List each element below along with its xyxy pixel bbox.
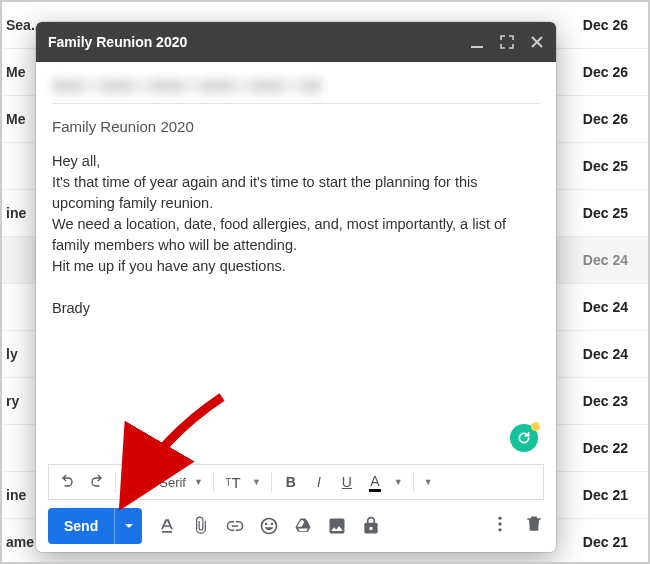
compose-window: Family Reunion 2020 Family Reunion 2020 … [36, 22, 556, 552]
compose-title: Family Reunion 2020 [48, 34, 187, 50]
inbox-date: Dec 24 [583, 299, 628, 315]
chevron-down-icon[interactable]: ▼ [420, 477, 437, 487]
compose-header: Family Reunion 2020 [36, 22, 556, 62]
window-controls [470, 35, 544, 49]
formatting-toolbar: Sans Serif ▼ TT ▼ B I U A ▼ ▼ [48, 464, 544, 500]
grammarly-icon[interactable] [510, 424, 538, 452]
inbox-sender: Me [6, 111, 25, 127]
italic-button[interactable]: I [306, 468, 332, 496]
inbox-date: Dec 25 [583, 205, 628, 221]
inbox-date: Dec 26 [583, 64, 628, 80]
send-options-button[interactable] [114, 508, 142, 544]
compose-body: Family Reunion 2020 Hey all, It's that t… [36, 62, 556, 460]
inbox-date: Dec 21 [583, 487, 628, 503]
underline-button[interactable]: U [334, 468, 360, 496]
close-icon[interactable] [530, 35, 544, 49]
drive-icon[interactable] [292, 515, 314, 537]
inbox-sender: ine [6, 487, 26, 503]
svg-point-2 [498, 522, 501, 525]
inbox-sender: ine [6, 205, 26, 221]
recipients-redacted [52, 78, 322, 94]
more-options-icon[interactable] [490, 514, 510, 538]
inbox-sender: Me [6, 64, 25, 80]
inbox-sender: ly [6, 346, 18, 362]
recipients-field[interactable] [52, 74, 540, 104]
inbox-date: Dec 22 [583, 440, 628, 456]
inbox-date: Dec 23 [583, 393, 628, 409]
font-size-button[interactable]: TT [220, 468, 246, 496]
discard-icon[interactable] [524, 514, 544, 538]
inbox-sender: ame [6, 534, 34, 550]
inbox-date: Dec 24 [583, 252, 628, 268]
inbox-sender: ry [6, 393, 19, 409]
inbox-date: Dec 26 [583, 111, 628, 127]
font-family-select[interactable]: Sans Serif [122, 475, 188, 490]
bold-button[interactable]: B [278, 468, 304, 496]
inbox-date: Dec 21 [583, 534, 628, 550]
chevron-down-icon[interactable]: ▼ [248, 477, 265, 487]
send-button[interactable]: Send [48, 508, 142, 544]
redo-button[interactable] [83, 468, 109, 496]
svg-point-3 [498, 528, 501, 531]
confidential-icon[interactable] [360, 515, 382, 537]
send-button-main[interactable]: Send [48, 508, 114, 544]
email-body[interactable]: Hey all, It's that time of year again an… [52, 139, 540, 454]
minimize-icon[interactable] [470, 35, 484, 49]
link-icon[interactable] [224, 515, 246, 537]
send-row: Send [36, 500, 556, 552]
inbox-date: Dec 24 [583, 346, 628, 362]
subject-field[interactable]: Family Reunion 2020 [52, 108, 540, 139]
photo-icon[interactable] [326, 515, 348, 537]
inbox-date: Dec 26 [583, 17, 628, 33]
text-format-icon[interactable] [156, 515, 178, 537]
svg-rect-0 [471, 46, 483, 48]
expand-icon[interactable] [500, 35, 514, 49]
compose-right-icons [490, 514, 544, 538]
svg-point-1 [498, 517, 501, 520]
chevron-down-icon[interactable]: ▼ [390, 477, 407, 487]
inbox-date: Dec 25 [583, 158, 628, 174]
emoji-icon[interactable] [258, 515, 280, 537]
chevron-down-icon[interactable]: ▼ [190, 477, 207, 487]
undo-button[interactable] [55, 468, 81, 496]
compose-action-icons [156, 515, 482, 537]
attachment-icon[interactable] [190, 515, 212, 537]
text-color-button[interactable]: A [362, 468, 388, 496]
